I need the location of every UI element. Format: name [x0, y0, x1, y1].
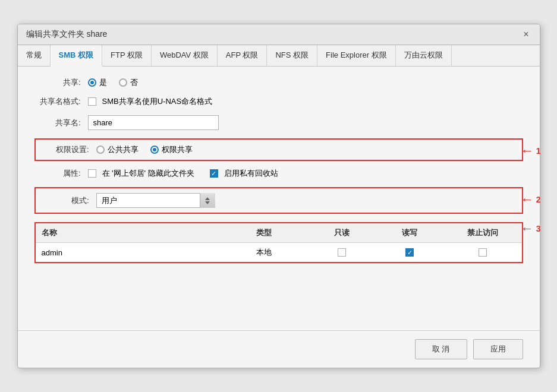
mode-select[interactable]: 用户 — [96, 193, 215, 208]
dialog-title: 编辑共享文件夹 share × — [18, 24, 540, 45]
close-button[interactable]: × — [521, 30, 531, 39]
table-header-readwrite: 读写 — [376, 223, 444, 242]
tab-webdav[interactable]: WebDAV 权限 — [152, 45, 218, 66]
permission-restricted-label: 权限共享 — [162, 144, 193, 155]
tab-ftp[interactable]: FTP 权限 — [102, 45, 152, 66]
table-cell-noaccess[interactable] — [444, 243, 522, 262]
share-content: 是 否 — [88, 77, 523, 88]
tab-afp[interactable]: AFP 权限 — [218, 45, 268, 66]
permission-public-radio[interactable]: 公共共享 — [96, 144, 139, 155]
dialog-footer: 取 消 应用 — [18, 330, 540, 368]
share-no-label: 否 — [130, 77, 138, 88]
share-name-row: 共享名: — [34, 115, 523, 130]
share-name-content — [88, 115, 523, 130]
attribute-row: 属性: 在 '网上邻居' 隐藏此文件夹 启用私有回收站 — [34, 168, 523, 179]
attribute-content: 在 '网上邻居' 隐藏此文件夹 启用私有回收站 — [88, 168, 523, 179]
tab-fileexplorer[interactable]: File Explorer 权限 — [317, 45, 396, 66]
readonly-checkbox[interactable] — [338, 248, 346, 257]
tab-nfs[interactable]: NFS 权限 — [267, 45, 317, 66]
table-row: admin 本地 — [36, 243, 522, 262]
attribute-hide-text: 在 '网上邻居' 隐藏此文件夹 — [102, 168, 194, 179]
permission-radio-group: 公共共享 权限共享 — [96, 144, 193, 155]
table-cell-readwrite[interactable] — [376, 243, 444, 262]
share-radio-group: 是 否 — [88, 77, 138, 88]
dialog-title-text: 编辑共享文件夹 share — [26, 29, 108, 40]
share-name-input[interactable] — [88, 115, 219, 130]
share-yes-label: 是 — [99, 77, 107, 88]
share-name-format-row: 共享名格式: SMB共享名使用U-NAS命名格式 — [34, 96, 523, 107]
permission-restricted-radio-circle — [150, 146, 159, 154]
permissions-table: 名称 类型 只读 读写 禁止访问 admin 本地 — [34, 222, 523, 263]
permission-content: 公共共享 权限共享 — [96, 144, 515, 155]
mode-section: 模式: 用户 — [34, 187, 523, 214]
table-cell-readonly[interactable] — [308, 243, 376, 262]
readwrite-checkbox[interactable] — [405, 248, 414, 257]
share-no-radio[interactable]: 否 — [119, 77, 138, 88]
tab-cloud[interactable]: 万由云权限 — [396, 45, 452, 66]
table-header: 名称 类型 只读 读写 禁止访问 — [36, 223, 522, 243]
table-header-noaccess: 禁止访问 — [444, 223, 522, 242]
tab-smb[interactable]: SMB 权限 — [51, 45, 103, 67]
share-label: 共享: — [34, 77, 88, 88]
tab-bar: 常规 SMB 权限 FTP 权限 WebDAV 权限 AFP 权限 NFS 权限… — [18, 45, 540, 67]
mode-row: 模式: 用户 — [43, 193, 515, 208]
mode-content: 用户 — [96, 193, 515, 208]
noaccess-checkbox[interactable] — [479, 248, 487, 257]
table-header-readonly: 只读 — [308, 223, 376, 242]
permission-section: 权限设置: 公共共享 权限共享 — [34, 138, 523, 161]
permission-label: 权限设置: — [43, 144, 96, 155]
table-cell-type: 本地 — [220, 243, 307, 262]
annotation-2: 2 — [536, 195, 541, 204]
table-header-type: 类型 — [220, 223, 307, 242]
table-cell-name: admin — [36, 243, 221, 262]
table-header-name: 名称 — [36, 223, 221, 242]
share-name-format-text: SMB共享名使用U-NAS命名格式 — [102, 96, 213, 107]
permission-public-label: 公共共享 — [108, 144, 139, 155]
share-row: 共享: 是 否 — [34, 77, 523, 88]
dialog: 编辑共享文件夹 share × 常规 SMB 权限 FTP 权限 WebDAV … — [17, 24, 540, 368]
mode-label: 模式: — [43, 195, 96, 206]
permission-public-radio-circle — [96, 146, 105, 154]
attribute-recycle-text: 启用私有回收站 — [224, 168, 278, 179]
tab-general[interactable]: 常规 — [18, 45, 51, 66]
attribute-hide-checkbox[interactable] — [88, 169, 96, 178]
share-no-radio-circle — [119, 78, 127, 87]
attribute-label: 属性: — [34, 168, 88, 179]
share-name-format-content: SMB共享名使用U-NAS命名格式 — [88, 96, 523, 107]
permission-row: 权限设置: 公共共享 权限共享 — [43, 144, 515, 155]
share-yes-radio[interactable]: 是 — [88, 77, 107, 88]
share-name-format-label: 共享名格式: — [34, 96, 88, 107]
apply-button[interactable]: 应用 — [473, 339, 523, 359]
mode-select-wrapper: 用户 — [96, 193, 215, 208]
dialog-body: 共享: 是 否 共享名格式: SMB共享名使用U-NAS — [18, 67, 540, 330]
share-name-label: 共享名: — [34, 118, 88, 128]
annotation-1: 1 — [536, 146, 541, 156]
share-yes-radio-circle — [88, 78, 96, 87]
attribute-recycle-checkbox[interactable] — [210, 169, 218, 178]
annotation-3: 3 — [536, 224, 541, 233]
permission-restricted-radio[interactable]: 权限共享 — [150, 144, 193, 155]
share-name-format-checkbox[interactable] — [88, 97, 96, 106]
cancel-button[interactable]: 取 消 — [415, 339, 467, 359]
